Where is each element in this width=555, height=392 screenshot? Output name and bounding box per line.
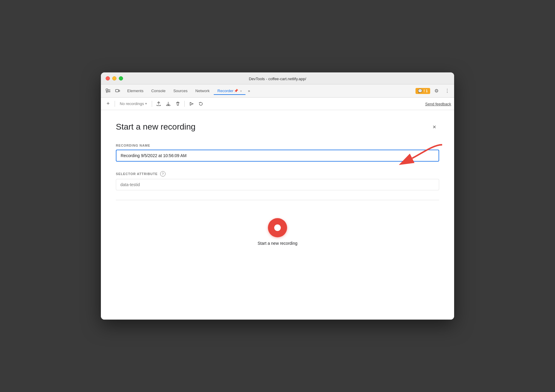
selector-attribute-section: SELECTOR ATTRIBUTE ? <box>116 171 439 190</box>
no-recordings-label: No recordings <box>120 101 144 106</box>
recorder-main: Start a new recording × RECORDING NAME <box>101 110 454 320</box>
replay-button[interactable] <box>197 100 205 108</box>
more-options-button[interactable]: ⋮ <box>443 86 452 95</box>
maximize-button[interactable] <box>119 76 123 80</box>
recorder-tab-close[interactable]: × <box>240 89 242 93</box>
devtools-window: DevTools - coffee-cart.netlify.app/ Elem… <box>101 72 454 320</box>
add-recording-button[interactable]: + <box>104 100 112 108</box>
dialog-header: Start a new recording × <box>116 122 439 132</box>
toolbar-separator-3 <box>184 101 185 107</box>
more-tabs-button[interactable]: » <box>246 87 252 94</box>
record-dot <box>274 224 281 231</box>
send-feedback-link[interactable]: Send feedback <box>425 102 451 106</box>
chevron-down-icon: ▾ <box>145 102 147 106</box>
form-divider <box>116 200 439 200</box>
selector-help-icon[interactable]: ? <box>160 171 166 177</box>
gear-icon: ⚙ <box>434 88 439 94</box>
devtools-tab-bar: Elements Console Sources Network Recorde… <box>101 84 454 98</box>
selector-label-row: SELECTOR ATTRIBUTE ? <box>116 171 439 177</box>
start-recording-label: Start a new recording <box>257 241 297 246</box>
title-bar: DevTools - coffee-cart.netlify.app/ <box>101 72 454 84</box>
recording-name-input-container <box>116 150 439 162</box>
window-title: DevTools - coffee-cart.netlify.app/ <box>249 77 306 81</box>
delete-button[interactable] <box>174 100 182 108</box>
device-toolbar-icon[interactable] <box>113 86 122 96</box>
devtools-right-buttons: 💬 ! 1 ⚙ ⋮ <box>416 86 452 95</box>
question-mark-icon: ? <box>162 172 164 176</box>
recordings-dropdown[interactable]: No recordings ▾ <box>117 100 149 107</box>
dialog-title: Start a new recording <box>116 122 195 132</box>
start-recording-section: Start a new recording <box>116 212 439 252</box>
recording-name-input[interactable] <box>116 150 439 162</box>
settings-button[interactable]: ⚙ <box>432 86 441 95</box>
tab-console[interactable]: Console <box>148 87 169 95</box>
play-recording-button[interactable] <box>187 100 195 108</box>
more-dots-icon: ⋮ <box>445 88 450 94</box>
feedback-icon: 💬 <box>418 89 422 93</box>
recorder-toolbar: + No recordings ▾ <box>101 98 454 110</box>
traffic-lights <box>106 76 123 80</box>
tab-elements[interactable]: Elements <box>124 87 147 95</box>
plus-icon: + <box>107 101 110 107</box>
svg-rect-0 <box>106 89 108 91</box>
feedback-badge-button[interactable]: 💬 ! 1 <box>416 88 430 94</box>
toolbar-separator-1 <box>115 101 115 107</box>
close-button[interactable] <box>106 76 110 80</box>
recorder-tab-pin-icon: 📌 <box>234 89 238 93</box>
devtools-tabs: Elements Console Sources Network Recorde… <box>124 87 252 95</box>
start-recording-button[interactable] <box>268 218 287 237</box>
minimize-button[interactable] <box>112 76 116 80</box>
recorder-tab-label: Recorder <box>217 89 233 93</box>
download-button[interactable] <box>164 100 172 108</box>
svg-rect-2 <box>119 90 120 92</box>
dialog-close-button[interactable]: × <box>430 122 439 132</box>
close-icon: × <box>433 124 436 130</box>
toolbar-separator-2 <box>152 101 152 107</box>
upload-button[interactable] <box>154 100 163 108</box>
tab-recorder[interactable]: Recorder 📌 × <box>214 87 245 95</box>
selector-attribute-input[interactable] <box>116 179 439 190</box>
tab-sources[interactable]: Sources <box>170 87 191 95</box>
toolbar-right: Send feedback <box>425 101 451 107</box>
recording-name-label: RECORDING NAME <box>116 144 439 147</box>
feedback-count: ! 1 <box>424 89 428 93</box>
selector-attribute-label: SELECTOR ATTRIBUTE <box>116 172 158 176</box>
tab-network[interactable]: Network <box>192 87 213 95</box>
svg-rect-1 <box>116 89 119 92</box>
inspect-element-icon[interactable] <box>103 86 113 96</box>
recording-name-section: RECORDING NAME <box>116 144 439 162</box>
